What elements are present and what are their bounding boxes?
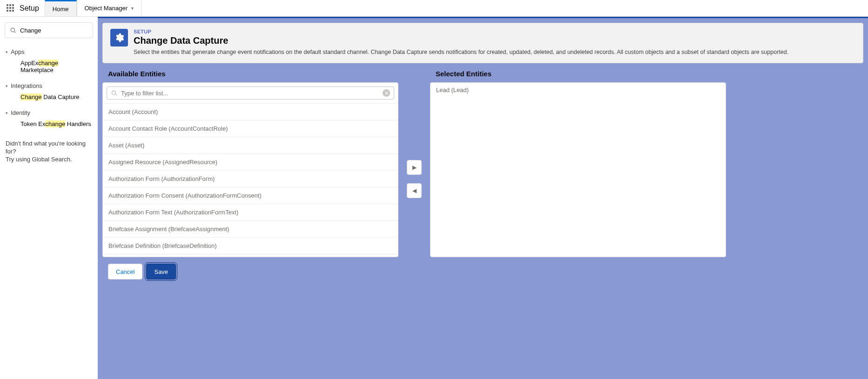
save-button[interactable]: Save [146, 264, 176, 279]
entity-item[interactable]: Lead (Lead) [431, 83, 726, 97]
search-icon [10, 27, 16, 33]
page-description: Select the entities that generate change… [134, 49, 788, 55]
chevron-down-icon: ▾ [131, 6, 134, 11]
tab-label: Home [53, 6, 69, 13]
tab-home[interactable]: Home [45, 0, 77, 16]
tree-item[interactable]: AppExchange Marketplace [5, 57, 93, 76]
tree-section-header[interactable]: ▾Identity [5, 107, 93, 118]
entity-item[interactable]: Briefcase Assignment (BriefcaseAssignmen… [103, 221, 398, 238]
entity-item[interactable]: Asset (Asset) [103, 137, 398, 154]
chevron-down-icon: ▾ [6, 84, 8, 88]
not-found-hint: Didn't find what you're looking for? Try… [5, 140, 93, 164]
svg-point-2 [112, 91, 115, 94]
tab-label: Object Manager [85, 5, 128, 12]
tree-section-header[interactable]: ▾Apps [5, 47, 93, 57]
move-buttons: ▶ ◀ [405, 67, 424, 198]
available-listbox: ✕ Account (Account)Account Contact Role … [102, 82, 398, 257]
app-launcher-icon[interactable] [7, 4, 15, 13]
available-list[interactable]: Account (Account)Account Contact Role (A… [103, 104, 398, 257]
selected-list[interactable]: Lead (Lead) [431, 83, 726, 250]
app-cell: Setup [0, 0, 45, 16]
filter-input[interactable] [121, 90, 379, 97]
page-title: Change Data Capture [134, 35, 788, 46]
chevron-right-icon: ▶ [412, 164, 417, 171]
entity-item[interactable]: Authorization Form (AuthorizationForm) [103, 171, 398, 187]
selected-column: Selected Entities Lead (Lead) [430, 67, 726, 257]
filter-input-wrap[interactable]: ✕ [107, 86, 394, 100]
tree-section-header[interactable]: ▾Integrations [5, 80, 93, 91]
chevron-down-icon: ▾ [6, 111, 8, 115]
move-right-button[interactable]: ▶ [407, 160, 422, 175]
tree-item[interactable]: Token Exchange Handlers [5, 118, 93, 130]
tab-object-manager[interactable]: Object Manager ▾ [77, 0, 142, 16]
footer-buttons: Cancel Save [102, 257, 398, 279]
cancel-button[interactable]: Cancel [108, 264, 142, 279]
svg-line-1 [14, 32, 16, 33]
setup-gear-icon [110, 29, 128, 47]
entity-item[interactable]: Account Contact Role (AccountContactRole… [103, 120, 398, 137]
page-eyebrow: SETUP [134, 29, 788, 34]
available-column: Available Entities ✕ Account (Account)Ac… [102, 67, 398, 279]
search-icon [111, 90, 117, 96]
main-panel: SETUP Change Data Capture Select the ent… [98, 17, 868, 379]
top-nav: Setup Home Object Manager ▾ [0, 0, 868, 17]
svg-line-3 [115, 94, 117, 96]
selected-title: Selected Entities [436, 70, 726, 78]
svg-point-0 [11, 28, 14, 32]
setup-sidebar: ▾AppsAppExchange Marketplace▾Integration… [0, 17, 98, 379]
page-header: SETUP Change Data Capture Select the ent… [102, 23, 863, 63]
dual-listbox: Available Entities ✕ Account (Account)Ac… [98, 63, 868, 279]
chevron-down-icon: ▾ [6, 50, 8, 54]
app-title: Setup [20, 4, 39, 13]
entity-item[interactable]: Authorization Form Text (AuthorizationFo… [103, 204, 398, 221]
chevron-left-icon: ◀ [412, 187, 417, 194]
tree-item[interactable]: Change Data Capture [5, 91, 93, 103]
move-left-button[interactable]: ◀ [407, 183, 422, 198]
selected-listbox: Lead (Lead) [430, 82, 726, 257]
entity-item[interactable]: Authorization Form Consent (Authorizatio… [103, 187, 398, 204]
clear-filter-icon[interactable]: ✕ [383, 89, 390, 97]
entity-item[interactable]: Assigned Resource (AssignedResource) [103, 154, 398, 171]
available-title: Available Entities [108, 70, 398, 78]
entity-item[interactable]: Account (Account) [103, 104, 398, 120]
quick-find[interactable] [5, 22, 93, 38]
quick-find-input[interactable] [20, 27, 88, 34]
entity-item[interactable]: Briefcase Definition (BriefcaseDefinitio… [103, 238, 398, 254]
